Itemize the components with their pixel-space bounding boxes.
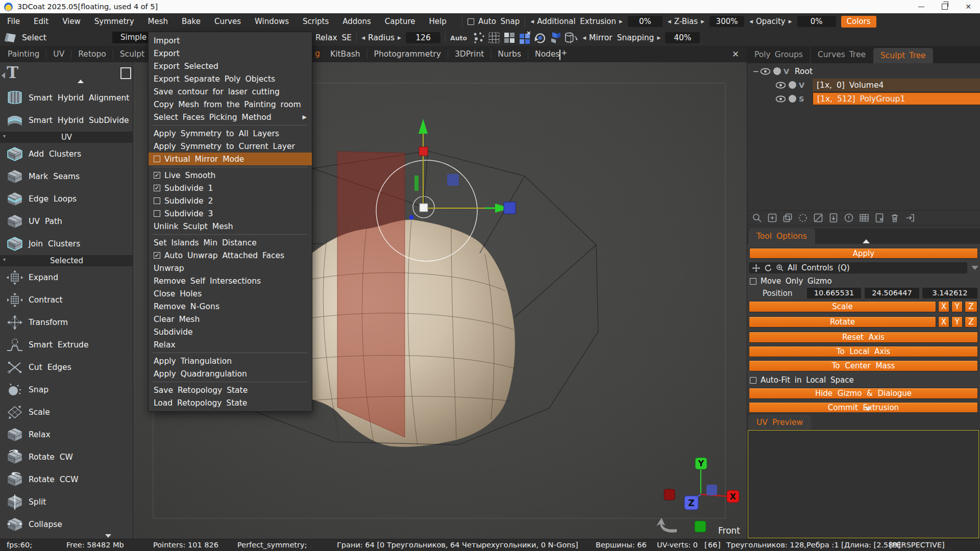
tool-item[interactable]: UV Path (0, 210, 133, 233)
position-x-field[interactable]: 10.665531 (807, 288, 861, 298)
menu-item[interactable]: Auto Unwrap Attached Faces ▶ (149, 249, 312, 262)
panel-tab[interactable]: Sculpt Tree (873, 48, 933, 63)
gizmo-plane-handle[interactable] (447, 174, 459, 186)
rotate-y-button[interactable]: Y (951, 316, 963, 328)
checker-squares-icon[interactable] (502, 31, 517, 45)
tool-item[interactable]: Contract (0, 289, 133, 311)
scale-z-button[interactable]: Z (965, 301, 977, 312)
maximize-button[interactable] (933, 0, 957, 13)
trash-icon[interactable] (888, 211, 901, 224)
menu-item[interactable]: Export Separate Poly Objects ▶ (149, 72, 312, 85)
front-view-icon[interactable] (695, 521, 706, 532)
room-tab[interactable]: Retopo (71, 49, 113, 59)
apply-button[interactable]: Apply (749, 248, 978, 259)
spin-left-icon[interactable]: ◀ (582, 35, 586, 40)
grid-table-icon[interactable] (857, 211, 871, 224)
tree-expander-icon[interactable]: − (752, 67, 760, 76)
radius-spinner[interactable]: ◀ Radius ▶ (361, 33, 401, 42)
hide-gizmo-button[interactable]: Hide Gizmo & Dialogue (749, 388, 978, 399)
add-square-icon[interactable] (766, 211, 779, 224)
menu-bar-item[interactable]: Help (429, 17, 447, 26)
menu-item[interactable]: Export ▶ (149, 47, 312, 60)
rotate-cycle-icon[interactable] (533, 31, 547, 45)
menu-item[interactable]: Remove N-Gons ▶ (149, 300, 312, 313)
controls-mode-dropdown[interactable]: All Controls (Q) (749, 262, 967, 273)
menu-item[interactable]: Remove Self Intersections ▶ (149, 274, 312, 287)
spin-left-icon[interactable]: ◀ (668, 19, 671, 24)
slash-square-icon[interactable] (812, 211, 825, 224)
grid-marquee-icon[interactable] (487, 31, 501, 45)
tab-tool-options[interactable]: Tool Options (748, 229, 815, 244)
room-tab[interactable]: KitBash (324, 49, 367, 59)
tree-label-selected[interactable]: [1x, 512] PolyGroup1 (813, 92, 980, 105)
menu-item[interactable]: Set Islands Min Distance ▶ (149, 236, 312, 249)
menu-bar-item[interactable]: Windows (255, 17, 289, 26)
position-y-field[interactable]: 24.506447 (865, 288, 919, 298)
room-tab[interactable]: UV (46, 49, 71, 59)
eye-icon[interactable] (775, 95, 786, 103)
mirror-snapping-spinner[interactable]: ◀ Mirror Snapping ▶ (582, 33, 660, 42)
menu-item[interactable]: Unlink Sculpt Mesh ▶ (149, 220, 312, 233)
position-z-field[interactable]: 3.142612 (922, 288, 977, 298)
menu-item[interactable]: Save contour for laser cutting ▶ (149, 85, 312, 98)
room-tab[interactable]: Painting (1, 49, 46, 59)
menu-item[interactable]: Select Faces Picking Method ▶ (149, 111, 312, 123)
menu-item[interactable]: Subdivide 3 ▶ (149, 207, 312, 220)
auto-snap-toggle[interactable]: Auto Snap (468, 17, 520, 26)
spin-right-icon[interactable]: ▶ (398, 35, 401, 40)
move-only-gizmo-checkbox[interactable]: Move Only Gizmo (750, 277, 832, 286)
commit-extrusion-button[interactable]: Commit Extrusion (749, 402, 978, 412)
mirror-snapping-value[interactable]: 40% (665, 32, 700, 43)
auto-label[interactable]: Auto (450, 34, 467, 42)
menu-item[interactable]: Unwrap ▶ (149, 262, 312, 274)
panel-collapse-icon[interactable] (2, 72, 5, 79)
menu-bar-item[interactable]: Capture (385, 17, 415, 26)
menu-item[interactable]: Save Retopology State ▶ (149, 384, 312, 396)
layer-color-icon[interactable] (789, 81, 796, 89)
to-local-axis-button[interactable]: To Local Axis (749, 346, 978, 357)
opacity-value[interactable]: 0% (797, 16, 836, 27)
tool-item[interactable]: Rotate CCW (0, 468, 133, 491)
room-tab[interactable]: Nodes (528, 49, 567, 59)
tool-item[interactable]: Expand (0, 266, 133, 289)
minimize-button[interactable] (910, 0, 933, 13)
tool-item[interactable]: Snap (0, 379, 133, 401)
active-room-tab-sliver[interactable]: g (315, 49, 320, 58)
blue-cube-pair-icon[interactable] (548, 31, 562, 45)
menu-bar-item[interactable]: Bake (182, 17, 201, 26)
menu-bar-item[interactable]: Addons (342, 17, 371, 26)
scale-y-button[interactable]: Y (951, 301, 963, 312)
room-tab[interactable]: Nurbs (491, 49, 528, 59)
spin-right-icon[interactable]: ▶ (789, 19, 792, 24)
rotate-z-button[interactable]: Z (965, 316, 977, 328)
panel-tab[interactable]: Poly Groups (747, 46, 810, 63)
spin-left-icon[interactable]: ◀ (530, 19, 534, 24)
menu-item[interactable]: Virtual Mirror Mode ▶ (149, 153, 312, 165)
eye-icon[interactable] (760, 68, 771, 75)
delete-doc-icon[interactable] (873, 211, 886, 224)
tool-item[interactable]: Rotate CW (0, 446, 133, 468)
menu-bar-item[interactable]: Edit (34, 17, 48, 26)
mirror-cylinder-icon[interactable] (564, 31, 578, 45)
tool-item[interactable]: Smart Hybrid SubDivide (0, 109, 133, 132)
menu-bar-item[interactable]: Mesh (148, 17, 168, 26)
tree-row-volume[interactable]: V [1x, 0] Volume4 (747, 78, 980, 92)
menu-bar-item[interactable]: View (62, 17, 81, 26)
menu-bar-item[interactable]: Scripts (303, 17, 329, 26)
tool-item[interactable]: Add Clusters (0, 143, 133, 165)
tool-item[interactable]: UV (0, 132, 133, 143)
axis-neg-x-handle[interactable] (664, 489, 675, 500)
menu-bar-item[interactable]: File (7, 17, 20, 26)
gizmo-center-handle[interactable] (420, 204, 428, 212)
menu-item[interactable]: Apply Quadrangulation ▶ (149, 367, 312, 380)
scroll-down-icon[interactable] (105, 534, 111, 538)
gizmo-green-bar[interactable] (414, 176, 419, 191)
additional-extrusion-spinner[interactable]: ◀ Additional Extrusion ▶ (530, 17, 623, 26)
scale-x-button[interactable]: X (938, 301, 949, 312)
tool-item[interactable]: Transform (0, 311, 133, 334)
tool-item[interactable]: Smart Hybrid Alignment (0, 87, 133, 109)
menu-bar-item[interactable]: Curves (214, 17, 241, 26)
scale-button[interactable]: Scale (749, 301, 936, 312)
tool-item[interactable]: Smart Extrude (0, 334, 133, 356)
warning-circle-icon[interactable] (842, 211, 855, 224)
